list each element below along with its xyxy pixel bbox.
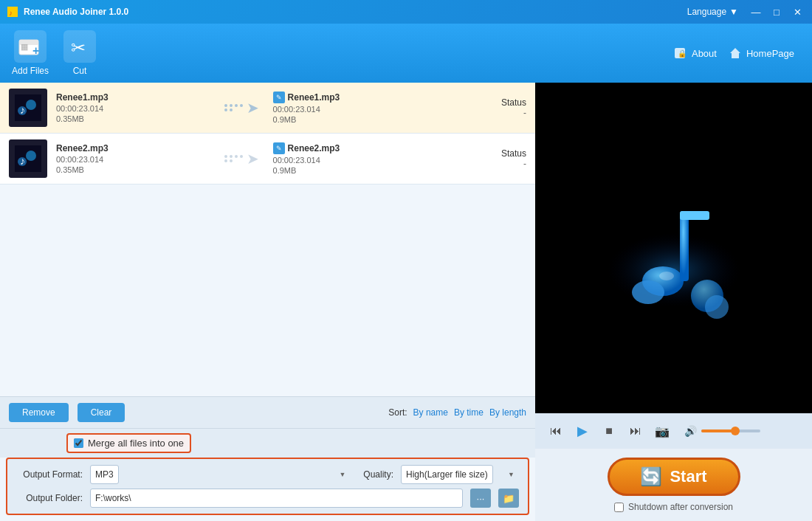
title-bar: ♪ Renee Audio Joiner 1.0.0 Language ▼ — … xyxy=(0,0,812,24)
snapshot-button[interactable]: 📷 xyxy=(652,421,672,441)
add-files-button[interactable]: + ▦ Add Files xyxy=(12,30,49,76)
svg-marker-9 xyxy=(730,48,740,58)
quality-select[interactable]: High(Larger file size) xyxy=(401,465,493,484)
file-info: Renee1.mp3 00:00:23.014 0.35MB xyxy=(56,92,211,123)
file-size: 0.35MB xyxy=(56,165,211,174)
left-panel: ♪ Renee1.mp3 00:00:23.014 0.35MB xyxy=(0,83,535,521)
start-label: Start xyxy=(670,467,706,486)
about-button[interactable]: 🔒 About xyxy=(674,46,717,60)
homepage-label: HomePage xyxy=(746,48,794,59)
svg-text:♪: ♪ xyxy=(20,104,25,116)
clear-button[interactable]: Clear xyxy=(78,403,125,422)
output-duration: 00:00:23.014 xyxy=(273,105,458,114)
svg-point-11 xyxy=(26,100,36,110)
toolbar: + ▦ Add Files ✂ Cut 🔒 About HomePage xyxy=(0,24,812,83)
folder-input[interactable]: F:\works\ xyxy=(90,489,463,508)
sort-by-time[interactable]: By time xyxy=(454,407,484,418)
bottom-controls: Remove Clear Sort: By name By time By le… xyxy=(0,396,535,428)
svg-text:✂: ✂ xyxy=(71,38,86,58)
cut-label: Cut xyxy=(73,66,87,76)
output-name-row: ✎ Renee1.mp3 xyxy=(273,92,458,103)
start-area: 🔄 Start Shutdown after conversion xyxy=(535,449,812,521)
player-buttons: ⏮ ▶ ■ ⏭ 📷 🔊 xyxy=(546,421,802,441)
table-row[interactable]: ♪ Renee1.mp3 00:00:23.014 0.35MB xyxy=(0,83,535,134)
browse-dots-button[interactable]: ··· xyxy=(470,489,491,508)
format-select-wrap: MP3 xyxy=(90,465,350,484)
sort-by-name[interactable]: By name xyxy=(413,407,448,418)
dot xyxy=(230,155,233,158)
dot xyxy=(224,155,227,158)
file-size: 0.35MB xyxy=(56,114,211,123)
arrow-dots xyxy=(224,155,244,162)
output-info: ✎ Renee2.mp3 00:00:23.014 0.9MB xyxy=(273,142,458,175)
skip-back-button[interactable]: ⏮ xyxy=(546,421,566,441)
volume-thumb xyxy=(731,427,740,435)
edit-icon[interactable]: ✎ xyxy=(273,142,285,154)
start-button[interactable]: 🔄 Start xyxy=(608,458,740,496)
main-area: ♪ Renee1.mp3 00:00:23.014 0.35MB xyxy=(0,83,812,521)
skip-forward-button[interactable]: ⏭ xyxy=(625,421,646,441)
status-label: Status xyxy=(467,148,526,159)
edit-icon[interactable]: ✎ xyxy=(273,92,285,103)
format-label: Output Format: xyxy=(16,469,83,480)
quality-select-wrap: High(Larger file size) xyxy=(401,465,519,484)
dot xyxy=(230,159,233,162)
file-list: ♪ Renee1.mp3 00:00:23.014 0.35MB xyxy=(0,83,535,396)
file-info: Renee2.mp3 00:00:23.014 0.35MB xyxy=(56,143,211,174)
dot xyxy=(230,104,233,107)
play-button[interactable]: ▶ xyxy=(572,421,593,441)
svg-point-15 xyxy=(26,151,36,161)
dot xyxy=(224,104,227,107)
table-row[interactable]: ♪ Renee2.mp3 00:00:23.014 0.35MB xyxy=(0,134,535,184)
close-button[interactable]: ✕ xyxy=(788,4,806,19)
arrow-icon: ➤ xyxy=(247,150,259,168)
sort-by-length[interactable]: By length xyxy=(489,407,526,418)
toolbar-right: 🔒 About HomePage xyxy=(674,46,794,60)
homepage-button[interactable]: HomePage xyxy=(729,46,794,60)
volume-track[interactable] xyxy=(701,429,760,432)
add-files-label: Add Files xyxy=(12,66,49,76)
player-controls: ⏮ ▶ ■ ⏭ 📷 🔊 xyxy=(535,413,812,449)
arrow-icon: ➤ xyxy=(247,99,259,117)
minimize-button[interactable]: — xyxy=(747,4,765,19)
stop-button[interactable]: ■ xyxy=(599,421,619,441)
open-folder-button[interactable]: 📁 xyxy=(498,489,519,508)
file-duration: 00:00:23.014 xyxy=(56,155,211,164)
status-area: Status - xyxy=(467,148,526,169)
svg-rect-20 xyxy=(680,211,689,281)
shutdown-checkbox[interactable] xyxy=(614,503,624,512)
language-selector[interactable]: Language ▼ xyxy=(687,7,738,17)
format-row: Output Format: MP3 Quality: High(Larger … xyxy=(16,465,519,484)
app-title: Renee Audio Joiner 1.0.0 xyxy=(24,7,687,17)
cut-button[interactable]: ✂ Cut xyxy=(63,30,96,76)
remove-button[interactable]: Remove xyxy=(9,403,69,422)
output-size: 0.9MB xyxy=(273,166,458,175)
output-file-name: Renee1.mp3 xyxy=(288,92,340,103)
file-thumbnail: ♪ xyxy=(9,139,47,178)
merge-area: Merge all files into one xyxy=(0,428,535,458)
sort-area: Sort: By name By time By length xyxy=(388,407,526,418)
svg-text:🔒: 🔒 xyxy=(678,49,687,58)
format-select[interactable]: MP3 xyxy=(90,465,119,484)
svg-point-24 xyxy=(705,295,729,319)
shutdown-label: Shutdown after conversion xyxy=(628,502,733,512)
merge-checkbox[interactable] xyxy=(74,438,83,448)
quality-label: Quality: xyxy=(363,469,393,480)
preview-area xyxy=(535,83,812,413)
svg-text:▦: ▦ xyxy=(21,42,28,51)
dot xyxy=(224,108,227,111)
about-label: About xyxy=(692,48,717,59)
maximize-button[interactable]: □ xyxy=(768,4,785,19)
dot xyxy=(230,108,233,111)
output-settings: Output Format: MP3 Quality: High(Larger … xyxy=(6,458,529,515)
volume-slider-wrap: 🔊 xyxy=(684,425,760,437)
music-visual xyxy=(593,167,755,329)
file-name: Renee1.mp3 xyxy=(56,92,211,103)
merge-label: Merge all files into one xyxy=(88,438,184,449)
svg-point-22 xyxy=(632,280,664,304)
output-info: ✎ Renee1.mp3 00:00:23.014 0.9MB xyxy=(273,92,458,124)
cut-icon: ✂ xyxy=(63,30,96,63)
dot xyxy=(224,159,227,162)
svg-point-25 xyxy=(659,272,674,280)
arrow-dots xyxy=(224,104,244,111)
